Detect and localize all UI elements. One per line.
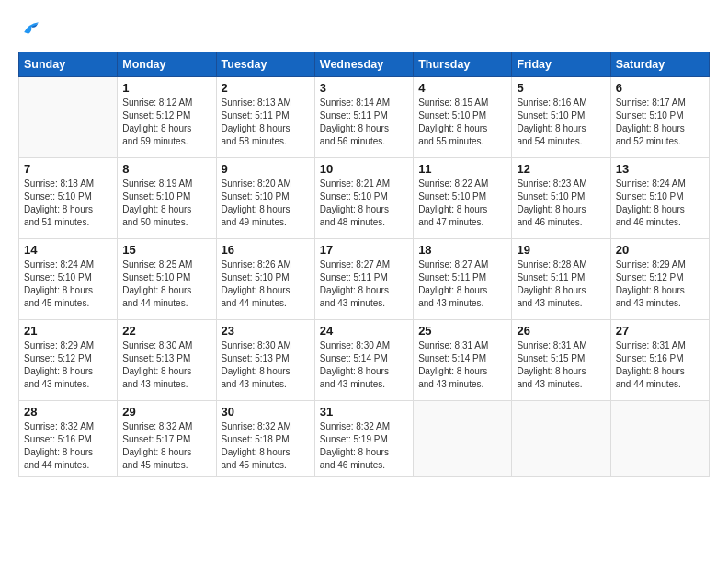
- day-number: 6: [616, 81, 704, 95]
- calendar-cell: 29Sunrise: 8:32 AMSunset: 5:17 PMDayligh…: [118, 401, 216, 477]
- calendar-cell: 13Sunrise: 8:24 AMSunset: 5:10 PMDayligh…: [610, 158, 709, 239]
- calendar-week-row: 14Sunrise: 8:24 AMSunset: 5:10 PMDayligh…: [19, 239, 710, 320]
- calendar-header-row: SundayMondayTuesdayWednesdayThursdayFrid…: [19, 52, 710, 77]
- day-number: 5: [517, 81, 605, 95]
- day-of-week-header: Wednesday: [314, 52, 413, 77]
- calendar-cell: 23Sunrise: 8:30 AMSunset: 5:13 PMDayligh…: [216, 320, 314, 401]
- calendar-week-row: 1Sunrise: 8:12 AMSunset: 5:12 PMDaylight…: [19, 77, 710, 158]
- day-of-week-header: Sunday: [19, 52, 118, 77]
- day-of-week-header: Thursday: [414, 52, 512, 77]
- calendar-cell: 6Sunrise: 8:17 AMSunset: 5:10 PMDaylight…: [610, 77, 709, 158]
- day-info: Sunrise: 8:23 AMSunset: 5:10 PMDaylight:…: [517, 178, 605, 229]
- day-info: Sunrise: 8:25 AMSunset: 5:10 PMDaylight:…: [122, 259, 210, 310]
- logo-icon: [18, 17, 44, 42]
- calendar-cell: [414, 401, 512, 477]
- day-info: Sunrise: 8:29 AMSunset: 5:12 PMDaylight:…: [616, 259, 704, 310]
- day-info: Sunrise: 8:12 AMSunset: 5:12 PMDaylight:…: [122, 97, 210, 148]
- day-of-week-header: Saturday: [610, 52, 709, 77]
- day-number: 30: [222, 405, 310, 419]
- day-info: Sunrise: 8:22 AMSunset: 5:10 PMDaylight:…: [418, 178, 506, 229]
- header: [18, 17, 710, 42]
- day-number: 18: [418, 243, 506, 257]
- calendar-cell: 24Sunrise: 8:30 AMSunset: 5:14 PMDayligh…: [314, 320, 413, 401]
- day-number: 3: [320, 81, 408, 95]
- day-number: 12: [517, 162, 605, 176]
- day-info: Sunrise: 8:31 AMSunset: 5:15 PMDaylight:…: [517, 339, 605, 391]
- calendar-cell: 1Sunrise: 8:12 AMSunset: 5:12 PMDaylight…: [118, 77, 216, 158]
- day-number: 22: [122, 324, 210, 338]
- logo: [18, 17, 48, 42]
- calendar-cell: [512, 401, 610, 477]
- day-number: 15: [122, 243, 210, 257]
- day-of-week-header: Friday: [512, 52, 610, 77]
- calendar-cell: 8Sunrise: 8:19 AMSunset: 5:10 PMDaylight…: [118, 158, 216, 239]
- day-info: Sunrise: 8:13 AMSunset: 5:11 PMDaylight:…: [222, 97, 310, 148]
- calendar-cell: 28Sunrise: 8:32 AMSunset: 5:16 PMDayligh…: [19, 401, 118, 477]
- day-of-week-header: Monday: [118, 52, 216, 77]
- day-info: Sunrise: 8:30 AMSunset: 5:13 PMDaylight:…: [222, 339, 310, 391]
- calendar-cell: 7Sunrise: 8:18 AMSunset: 5:10 PMDaylight…: [19, 158, 118, 239]
- day-info: Sunrise: 8:27 AMSunset: 5:11 PMDaylight:…: [418, 259, 506, 310]
- day-number: 20: [616, 243, 704, 257]
- calendar-week-row: 7Sunrise: 8:18 AMSunset: 5:10 PMDaylight…: [19, 158, 710, 239]
- day-info: Sunrise: 8:31 AMSunset: 5:16 PMDaylight:…: [616, 339, 704, 391]
- day-info: Sunrise: 8:30 AMSunset: 5:13 PMDaylight:…: [122, 339, 210, 391]
- day-number: 28: [24, 405, 112, 419]
- day-info: Sunrise: 8:30 AMSunset: 5:14 PMDaylight:…: [320, 339, 408, 391]
- day-info: Sunrise: 8:19 AMSunset: 5:10 PMDaylight:…: [122, 178, 210, 229]
- day-number: 2: [222, 81, 310, 95]
- day-info: Sunrise: 8:28 AMSunset: 5:11 PMDaylight:…: [517, 259, 605, 310]
- calendar-cell: 30Sunrise: 8:32 AMSunset: 5:18 PMDayligh…: [216, 401, 314, 477]
- calendar-cell: 12Sunrise: 8:23 AMSunset: 5:10 PMDayligh…: [512, 158, 610, 239]
- calendar-cell: 15Sunrise: 8:25 AMSunset: 5:10 PMDayligh…: [118, 239, 216, 320]
- day-of-week-header: Tuesday: [216, 52, 314, 77]
- day-number: 1: [122, 81, 210, 95]
- day-number: 31: [320, 405, 408, 419]
- calendar-week-row: 21Sunrise: 8:29 AMSunset: 5:12 PMDayligh…: [19, 320, 710, 401]
- day-number: 25: [418, 324, 506, 338]
- day-number: 19: [517, 243, 605, 257]
- calendar-cell: 16Sunrise: 8:26 AMSunset: 5:10 PMDayligh…: [216, 239, 314, 320]
- calendar-cell: 27Sunrise: 8:31 AMSunset: 5:16 PMDayligh…: [610, 320, 709, 401]
- day-number: 26: [517, 324, 605, 338]
- calendar-cell: 14Sunrise: 8:24 AMSunset: 5:10 PMDayligh…: [19, 239, 118, 320]
- day-info: Sunrise: 8:24 AMSunset: 5:10 PMDaylight:…: [24, 259, 112, 310]
- day-number: 4: [418, 81, 506, 95]
- calendar-cell: 31Sunrise: 8:32 AMSunset: 5:19 PMDayligh…: [314, 401, 413, 477]
- day-info: Sunrise: 8:15 AMSunset: 5:10 PMDaylight:…: [418, 97, 506, 148]
- day-info: Sunrise: 8:20 AMSunset: 5:10 PMDaylight:…: [222, 178, 310, 229]
- calendar-cell: 2Sunrise: 8:13 AMSunset: 5:11 PMDaylight…: [216, 77, 314, 158]
- calendar-cell: 10Sunrise: 8:21 AMSunset: 5:10 PMDayligh…: [314, 158, 413, 239]
- calendar-cell: 5Sunrise: 8:16 AMSunset: 5:10 PMDaylight…: [512, 77, 610, 158]
- calendar-cell: 4Sunrise: 8:15 AMSunset: 5:10 PMDaylight…: [414, 77, 512, 158]
- calendar-cell: 20Sunrise: 8:29 AMSunset: 5:12 PMDayligh…: [610, 239, 709, 320]
- calendar-table: SundayMondayTuesdayWednesdayThursdayFrid…: [18, 52, 710, 477]
- day-number: 10: [320, 162, 408, 176]
- day-info: Sunrise: 8:27 AMSunset: 5:11 PMDaylight:…: [320, 259, 408, 310]
- day-info: Sunrise: 8:16 AMSunset: 5:10 PMDaylight:…: [517, 97, 605, 148]
- calendar-cell: 17Sunrise: 8:27 AMSunset: 5:11 PMDayligh…: [314, 239, 413, 320]
- day-info: Sunrise: 8:29 AMSunset: 5:12 PMDaylight:…: [24, 339, 112, 391]
- calendar-cell: 19Sunrise: 8:28 AMSunset: 5:11 PMDayligh…: [512, 239, 610, 320]
- page: SundayMondayTuesdayWednesdayThursdayFrid…: [0, 0, 728, 563]
- day-info: Sunrise: 8:24 AMSunset: 5:10 PMDaylight:…: [616, 178, 704, 229]
- day-info: Sunrise: 8:21 AMSunset: 5:10 PMDaylight:…: [320, 178, 408, 229]
- day-info: Sunrise: 8:32 AMSunset: 5:17 PMDaylight:…: [122, 420, 210, 472]
- calendar-cell: 26Sunrise: 8:31 AMSunset: 5:15 PMDayligh…: [512, 320, 610, 401]
- calendar-cell: 18Sunrise: 8:27 AMSunset: 5:11 PMDayligh…: [414, 239, 512, 320]
- calendar-cell: 25Sunrise: 8:31 AMSunset: 5:14 PMDayligh…: [414, 320, 512, 401]
- day-number: 27: [616, 324, 704, 338]
- calendar-cell: 21Sunrise: 8:29 AMSunset: 5:12 PMDayligh…: [19, 320, 118, 401]
- day-number: 23: [222, 324, 310, 338]
- day-info: Sunrise: 8:14 AMSunset: 5:11 PMDaylight:…: [320, 97, 408, 148]
- calendar-week-row: 28Sunrise: 8:32 AMSunset: 5:16 PMDayligh…: [19, 401, 710, 477]
- calendar-cell: [19, 77, 118, 158]
- day-number: 9: [222, 162, 310, 176]
- calendar-cell: 22Sunrise: 8:30 AMSunset: 5:13 PMDayligh…: [118, 320, 216, 401]
- day-number: 16: [222, 243, 310, 257]
- calendar-cell: [610, 401, 709, 477]
- day-info: Sunrise: 8:32 AMSunset: 5:19 PMDaylight:…: [320, 420, 408, 472]
- day-number: 21: [24, 324, 112, 338]
- day-number: 24: [320, 324, 408, 338]
- day-number: 29: [122, 405, 210, 419]
